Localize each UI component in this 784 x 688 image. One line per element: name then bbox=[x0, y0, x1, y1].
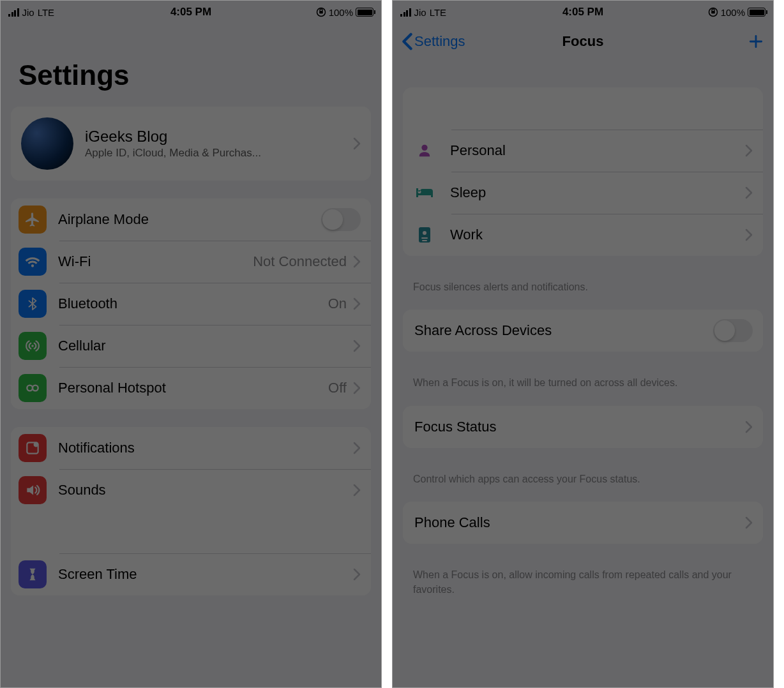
back-label: Settings bbox=[414, 33, 465, 50]
battery-pct: 100% bbox=[329, 7, 353, 18]
carrier-label: Jio bbox=[22, 7, 34, 18]
cellular-row[interactable]: Cellular bbox=[11, 325, 371, 367]
back-button[interactable]: Settings bbox=[402, 33, 522, 50]
chevron-right-icon bbox=[745, 228, 753, 241]
wifi-value: Not Connected bbox=[253, 253, 347, 270]
calls-footer: When a Focus is on, allow incoming calls… bbox=[393, 562, 773, 612]
battery-pct: 100% bbox=[721, 7, 745, 18]
screentime-row[interactable]: Screen Time bbox=[11, 553, 371, 595]
profile-name: iGeeks Blog bbox=[85, 128, 353, 146]
profile-desc: Apple ID, iCloud, Media & Purchas... bbox=[85, 147, 353, 160]
sleep-row[interactable]: Sleep bbox=[403, 172, 763, 214]
status-bar: Jio LTE 4:05 PM 100% bbox=[393, 1, 773, 24]
carrier-label: Jio bbox=[414, 7, 426, 18]
screentime-icon bbox=[19, 560, 47, 588]
modes-footer: Focus silences alerts and notifications. bbox=[393, 274, 773, 310]
svg-point-2 bbox=[31, 345, 33, 347]
sounds-row[interactable]: Sounds bbox=[11, 469, 371, 511]
apple-id-row[interactable]: iGeeks Blog Apple ID, iCloud, Media & Pu… bbox=[11, 107, 371, 181]
work-row[interactable]: Work bbox=[403, 214, 763, 256]
bluetooth-row[interactable]: Bluetooth On bbox=[11, 283, 371, 325]
sounds-icon bbox=[19, 476, 47, 504]
personal-row[interactable]: Personal bbox=[403, 130, 763, 172]
time-label: 4:05 PM bbox=[522, 6, 644, 19]
connectivity-group: Airplane Mode Wi-Fi Not Connected Blueto… bbox=[11, 198, 371, 409]
share-toggle[interactable] bbox=[713, 319, 753, 342]
svg-rect-8 bbox=[711, 11, 715, 13]
share-label: Share Across Devices bbox=[414, 322, 713, 339]
attention-group: Notifications Sounds . Screen Time bbox=[11, 427, 371, 595]
signal-icon bbox=[8, 8, 19, 17]
signal-icon bbox=[400, 8, 411, 17]
badge-icon bbox=[411, 221, 439, 249]
wifi-icon bbox=[19, 248, 47, 276]
svg-point-4 bbox=[33, 385, 38, 391]
share-group: Share Across Devices bbox=[403, 310, 763, 352]
focus-screen: Jio LTE 4:05 PM 100% Settings Focus bbox=[392, 0, 774, 688]
bluetooth-label: Bluetooth bbox=[58, 295, 328, 312]
personal-label: Personal bbox=[450, 142, 745, 159]
notifications-row[interactable]: Notifications bbox=[11, 427, 371, 469]
chevron-right-icon bbox=[353, 442, 361, 454]
wifi-row[interactable]: Wi-Fi Not Connected bbox=[11, 241, 371, 283]
battery-icon bbox=[748, 8, 765, 17]
bed-icon bbox=[411, 179, 439, 207]
cellular-label: Cellular bbox=[58, 338, 353, 354]
status-footer: Control which apps can access your Focus… bbox=[393, 466, 773, 502]
cellular-icon bbox=[19, 332, 47, 360]
network-label: LTE bbox=[430, 7, 446, 18]
hotspot-row[interactable]: Personal Hotspot Off bbox=[11, 367, 371, 409]
hotspot-value: Off bbox=[328, 380, 347, 396]
bluetooth-value: On bbox=[328, 295, 347, 312]
chevron-right-icon bbox=[353, 137, 361, 150]
focus-status-label: Focus Status bbox=[414, 419, 745, 435]
chevron-right-icon bbox=[745, 516, 753, 529]
avatar bbox=[21, 117, 73, 170]
svg-point-10 bbox=[423, 231, 426, 235]
chevron-right-icon bbox=[353, 484, 361, 497]
sounds-label: Sounds bbox=[58, 482, 353, 498]
person-icon bbox=[411, 137, 439, 165]
network-label: LTE bbox=[38, 7, 54, 18]
add-focus-button[interactable] bbox=[644, 33, 764, 50]
wifi-label: Wi-Fi bbox=[58, 253, 253, 270]
notifications-icon bbox=[19, 434, 47, 462]
chevron-right-icon bbox=[353, 382, 361, 394]
svg-rect-11 bbox=[421, 237, 428, 239]
page-title: Focus bbox=[522, 33, 643, 50]
work-label: Work bbox=[450, 227, 745, 243]
orientation-lock-icon bbox=[316, 7, 326, 17]
phone-calls-group: Phone Calls bbox=[403, 502, 763, 544]
chevron-right-icon bbox=[353, 340, 361, 352]
navbar: Settings Focus bbox=[393, 24, 773, 59]
share-footer: When a Focus is on, it will be turned on… bbox=[393, 370, 773, 405]
airplane-mode-row[interactable]: Airplane Mode bbox=[11, 198, 371, 241]
bluetooth-icon bbox=[19, 290, 47, 318]
settings-screen: Jio LTE 4:05 PM 100% Settings iGeeks Blo… bbox=[0, 0, 382, 688]
airplane-icon bbox=[19, 206, 47, 234]
focus-status-group: Focus Status bbox=[403, 406, 763, 448]
battery-icon bbox=[356, 8, 373, 17]
time-label: 4:05 PM bbox=[130, 6, 252, 19]
airplane-toggle[interactable] bbox=[321, 208, 361, 231]
chevron-right-icon bbox=[745, 144, 753, 157]
chevron-right-icon bbox=[745, 421, 753, 433]
focus-status-row[interactable]: Focus Status bbox=[403, 406, 763, 448]
share-row[interactable]: Share Across Devices bbox=[403, 310, 763, 352]
chevron-right-icon bbox=[353, 568, 361, 581]
hotspot-label: Personal Hotspot bbox=[58, 380, 328, 396]
focus-modes-group: . Personal Sleep Work bbox=[403, 87, 763, 256]
phone-calls-row[interactable]: Phone Calls bbox=[403, 502, 763, 544]
svg-point-6 bbox=[34, 442, 39, 447]
chevron-right-icon bbox=[353, 255, 361, 268]
orientation-lock-icon bbox=[708, 7, 718, 17]
sleep-label: Sleep bbox=[450, 184, 745, 201]
page-title: Settings bbox=[1, 24, 381, 107]
svg-rect-12 bbox=[422, 240, 427, 241]
hotspot-icon bbox=[19, 374, 47, 402]
screentime-label: Screen Time bbox=[58, 566, 353, 583]
apple-id-group: iGeeks Blog Apple ID, iCloud, Media & Pu… bbox=[11, 107, 371, 181]
notifications-label: Notifications bbox=[58, 440, 353, 456]
chevron-right-icon bbox=[745, 186, 753, 199]
chevron-right-icon bbox=[353, 297, 361, 310]
